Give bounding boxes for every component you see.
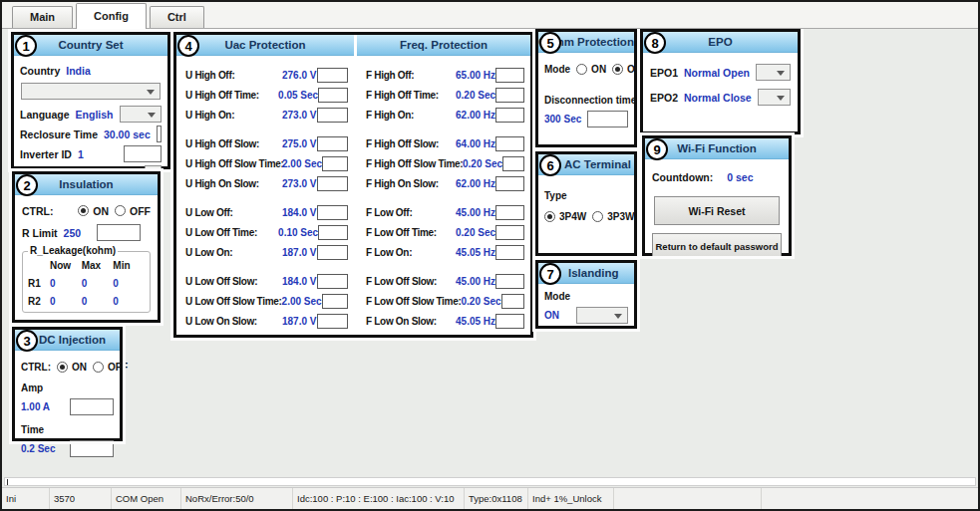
protection-label: F High Off Slow: [366, 138, 456, 149]
protection-value: 187.0 V [282, 316, 317, 327]
protection-value: 273.0 V [282, 178, 317, 189]
epo1-dropdown[interactable] [756, 64, 791, 81]
comm-on-radio[interactable]: ON [576, 64, 606, 75]
protection-value-input[interactable] [317, 108, 348, 123]
protection-value-input[interactable] [317, 176, 348, 191]
language-dropdown[interactable] [120, 106, 162, 123]
protection-label: U Low On: [185, 247, 282, 258]
protection-value-input[interactable] [317, 205, 348, 220]
protection-label: U Low Off Time: [185, 227, 278, 238]
disconnection-time-input[interactable] [587, 111, 628, 128]
r1-min: 0 [113, 278, 145, 289]
protection-row: U High Off Time: 0.05 Sec [185, 85, 348, 105]
protection-value: 273.0 V [282, 110, 317, 121]
panel-epo: 8 EPO EPO1 Normal Open EPO2 Normal Close [640, 29, 801, 134]
epo2-label: EPO2 [650, 92, 678, 104]
protection-value-input[interactable] [495, 108, 524, 123]
epo2-dropdown[interactable] [758, 89, 791, 106]
protection-row: U Low Off: 184.0 V [185, 202, 348, 222]
insulation-off-radio[interactable]: OFF [115, 205, 151, 217]
protection-value-input[interactable] [495, 176, 524, 191]
protection-value: 275.0 V [282, 138, 317, 149]
r-limit-value: 250 [64, 227, 82, 239]
protection-row: F High Off Slow: 64.00 Hz [366, 133, 524, 153]
tab-ctrl[interactable]: Ctrl [150, 6, 204, 28]
protection-value-input[interactable] [317, 245, 348, 260]
protection-value-input[interactable] [317, 314, 348, 329]
r1-max: 0 [82, 278, 114, 289]
protection-value-input[interactable] [317, 68, 348, 83]
protection-row: F High On Slow: 62.00 Hz [366, 173, 524, 193]
protection-value-input[interactable] [495, 314, 524, 329]
protection-value-input[interactable] [495, 88, 524, 103]
protection-value-input[interactable] [501, 294, 524, 309]
protection-value: 184.0 V [282, 276, 317, 287]
time-value: 0.2 Sec [21, 443, 55, 454]
protection-value-input[interactable] [317, 274, 348, 289]
protection-value-input[interactable] [317, 136, 348, 151]
status-cell: Idc:100 : P:10 : E:100 : Iac:100 : V:10 [293, 488, 465, 509]
freq-protection-column: Freq. Protection F High Off: 65.00 Hz F … [357, 35, 530, 335]
tab-config[interactable]: Config [76, 3, 147, 29]
time-label: Time [21, 424, 44, 435]
protection-row: F High Off: 65.00 Hz [366, 65, 524, 85]
protection-row: U Low On: 187.0 V [185, 242, 348, 262]
inverter-id-value: 1 [78, 148, 118, 160]
status-cell: Ini [2, 488, 50, 509]
protection-row: U Low Off Slow: 184.0 V [185, 271, 348, 291]
country-value: India [66, 65, 91, 77]
protection-row: F Low On Slow: 45.05 Hz [366, 311, 524, 331]
return-default-password-button[interactable]: Return to default password [652, 233, 782, 259]
protection-label: U High Off Slow Time: [185, 158, 282, 169]
protection-value-input[interactable] [495, 245, 524, 260]
protection-label: F Low On: [366, 247, 456, 258]
islanding-mode-dropdown[interactable] [576, 307, 628, 324]
disconnection-time-label: Disconnection time [544, 95, 636, 106]
protection-value: 2.00 Sec [282, 296, 322, 307]
protection-value-input[interactable] [495, 225, 524, 240]
country-label: Country [20, 65, 60, 77]
annotation-badge-5: 5 [539, 32, 561, 54]
row-label-r2: R2 [28, 296, 50, 307]
dc-off-radio[interactable]: OFF [93, 362, 128, 373]
protection-value-input[interactable] [495, 136, 524, 151]
epo1-value: Normal Open [684, 67, 750, 79]
protection-value-input[interactable] [495, 205, 524, 220]
protection-row: F Low Off Slow Time: 0.20 Sec [366, 291, 524, 311]
protection-row: F High On: 62.00 Hz [366, 105, 524, 125]
amp-input[interactable] [70, 398, 114, 415]
protection-label: F Low Off Slow Time: [366, 296, 461, 307]
protection-value-input[interactable] [318, 225, 348, 240]
panel-title-uac-protection: Uac Protection [176, 35, 354, 56]
islanding-mode-value: ON [544, 310, 559, 321]
protection-value-input[interactable] [322, 294, 348, 309]
radio-icon [576, 64, 587, 75]
protection-value: 45.05 Hz [456, 247, 495, 258]
insulation-on-radio[interactable]: ON [78, 205, 109, 217]
type-3p3w-radio[interactable]: 3P3W [592, 211, 634, 222]
message-strip [4, 477, 976, 486]
language-value: English [76, 109, 114, 121]
protection-value-input[interactable] [322, 156, 348, 171]
tab-main[interactable]: Main [12, 6, 73, 28]
inverter-id-input[interactable] [124, 145, 162, 162]
radio-selected-icon [544, 211, 555, 222]
reclosure-time-input[interactable] [157, 126, 162, 142]
dc-on-radio[interactable]: ON [57, 362, 87, 373]
wifi-reset-button[interactable]: Wi-Fi Reset [654, 196, 780, 225]
protection-value-input[interactable] [318, 88, 348, 103]
protection-label: F Low Off: [366, 207, 456, 218]
time-input[interactable] [70, 440, 114, 457]
reclosure-time-value: 30.00 sec [104, 128, 151, 140]
protection-value-input[interactable] [495, 68, 524, 83]
status-cell [762, 488, 978, 509]
status-cell: Type:0x1108 [465, 488, 528, 509]
protection-value-input[interactable] [502, 156, 524, 171]
panel-islanding: 7 Islanding Mode ON [535, 260, 637, 329]
r-limit-input[interactable] [97, 224, 141, 241]
r-limit-label: R Limit [22, 227, 58, 239]
type-3p4w-radio[interactable]: 3P4W [544, 211, 586, 222]
protection-value-input[interactable] [495, 274, 524, 289]
country-dropdown[interactable] [21, 83, 161, 100]
protection-row: F High Off Time: 0.20 Sec [366, 85, 524, 105]
